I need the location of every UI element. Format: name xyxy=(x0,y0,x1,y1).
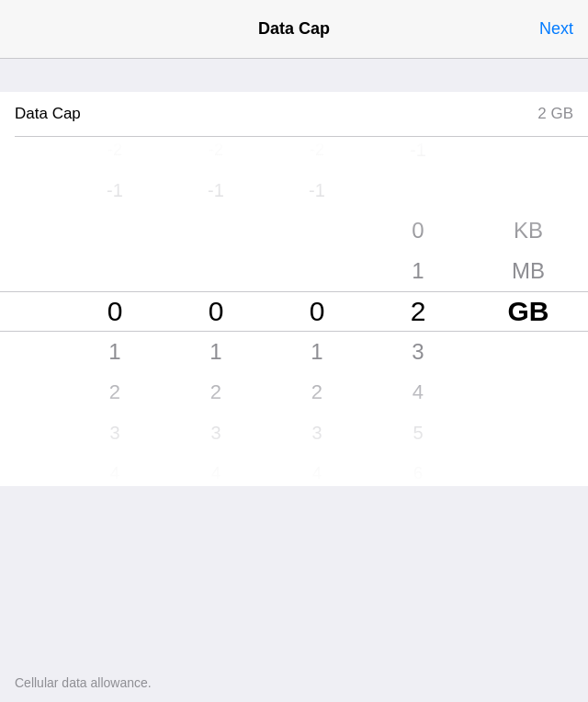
navigation-bar: Data Cap Next xyxy=(0,0,588,59)
footer: Cellular data allowance. xyxy=(0,663,588,702)
picker-item[interactable]: 3 xyxy=(107,413,123,453)
picker-container[interactable]: -2 -1 - - 0 1 2 3 4 -2 -1 - - 0 1 2 3 xyxy=(0,137,588,486)
footer-text: Cellular data allowance. xyxy=(15,675,152,690)
picker-item[interactable]: 2 xyxy=(107,372,123,413)
picker-item-selected[interactable]: 0 xyxy=(107,291,123,332)
picker-item[interactable]: -1 xyxy=(107,170,123,210)
picker-columns: -2 -1 - - 0 1 2 3 4 -2 -1 - - 0 1 2 3 xyxy=(0,137,588,486)
picker-item[interactable]: 0 xyxy=(410,210,426,251)
picker-item[interactable]: 5 xyxy=(410,413,426,453)
picker-item-selected[interactable]: 2 xyxy=(410,291,426,332)
picker-item[interactable]: 1 xyxy=(107,332,123,372)
data-cap-section: Data Cap 2 GB xyxy=(0,92,588,137)
picker-col-unit[interactable]: KB MB GB xyxy=(469,137,588,486)
picker-item[interactable]: -1 xyxy=(410,137,426,170)
picker-item-selected[interactable]: 0 xyxy=(309,291,325,332)
picker-item[interactable]: 4 xyxy=(309,453,325,486)
picker-item[interactable]: 2 xyxy=(309,372,325,413)
picker-item[interactable]: 1 xyxy=(410,251,426,291)
picker-item[interactable]: -2 xyxy=(208,137,224,170)
picker-item[interactable]: 3 xyxy=(410,332,426,372)
top-spacer xyxy=(0,59,588,92)
next-button[interactable]: Next xyxy=(539,19,573,39)
picker-item[interactable]: -1 xyxy=(208,170,224,210)
picker-item[interactable]: MB xyxy=(508,251,549,291)
picker-item[interactable]: 3 xyxy=(208,413,224,453)
picker-item[interactable]: 4 xyxy=(410,372,426,413)
picker-item[interactable]: 4 xyxy=(107,453,123,486)
picker-item[interactable]: 6 xyxy=(410,453,426,486)
picker-item[interactable]: 4 xyxy=(208,453,224,486)
data-cap-label: Data Cap xyxy=(15,105,81,123)
picker-item-selected-unit[interactable]: GB xyxy=(508,291,549,332)
picker-item[interactable]: 2 xyxy=(208,372,224,413)
picker-item[interactable]: -2 xyxy=(309,137,325,170)
picker-item[interactable]: KB xyxy=(508,210,549,251)
nav-title: Data Cap xyxy=(258,19,330,39)
picker-col-tens[interactable]: -2 -1 - - 0 1 2 3 4 xyxy=(165,137,266,486)
picker-col-value[interactable]: -1 0 1 2 3 4 5 6 xyxy=(368,137,469,486)
picker-col-hundreds[interactable]: -2 -1 - - 0 1 2 3 4 xyxy=(64,137,165,486)
picker-col-ones[interactable]: -2 -1 - - 0 1 2 3 4 xyxy=(266,137,368,486)
picker-item[interactable]: 1 xyxy=(309,332,325,372)
picker-item-selected[interactable]: 0 xyxy=(208,291,224,332)
data-cap-value: 2 GB xyxy=(537,105,573,123)
picker-item[interactable]: 1 xyxy=(208,332,224,372)
picker-item[interactable]: -2 xyxy=(107,137,123,170)
data-cap-row[interactable]: Data Cap 2 GB xyxy=(0,92,588,136)
picker-item[interactable]: -1 xyxy=(309,170,325,210)
picker-item[interactable]: 3 xyxy=(309,413,325,453)
